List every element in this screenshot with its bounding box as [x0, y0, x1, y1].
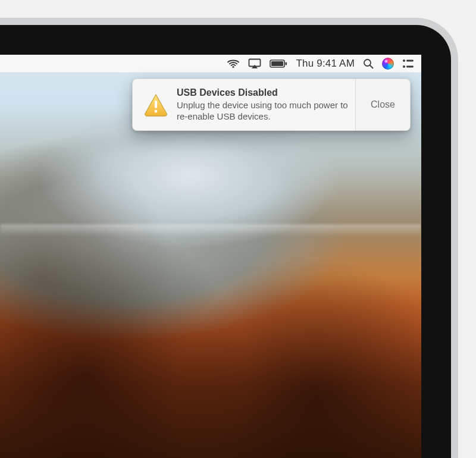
notification-body: Unplug the device using too much power t…: [177, 99, 349, 122]
notification-banner: USB Devices Disabled Unplug the device u…: [132, 79, 411, 131]
notification-content: USB Devices Disabled Unplug the device u…: [133, 79, 355, 130]
close-button-label: Close: [371, 99, 395, 110]
svg-point-9: [403, 65, 405, 68]
device-bezel-outer: Thu 9:41 AM: [0, 18, 458, 458]
close-button[interactable]: Close: [355, 79, 410, 130]
notification-title: USB Devices Disabled: [177, 87, 349, 98]
notification-text: USB Devices Disabled Unplug the device u…: [177, 87, 349, 122]
svg-rect-3: [271, 61, 283, 66]
svg-line-6: [370, 65, 373, 68]
svg-point-7: [403, 59, 405, 62]
airplay-icon[interactable]: [248, 55, 261, 72]
svg-rect-4: [286, 62, 287, 65]
screen: Thu 9:41 AM: [0, 55, 421, 458]
svg-point-0: [233, 66, 234, 68]
device-bezel-inner: Thu 9:41 AM: [0, 25, 451, 458]
menu-bar-clock[interactable]: Thu 9:41 AM: [296, 55, 355, 72]
svg-point-12: [155, 110, 158, 113]
wifi-icon[interactable]: [227, 55, 240, 72]
svg-rect-10: [406, 65, 414, 67]
siri-icon[interactable]: [382, 55, 394, 72]
warning-icon: [143, 92, 168, 117]
svg-point-5: [364, 59, 371, 66]
menu-bar: Thu 9:41 AM: [0, 55, 421, 73]
svg-rect-8: [406, 59, 414, 61]
svg-rect-11: [155, 101, 157, 108]
search-icon[interactable]: [363, 55, 374, 72]
notification-center-icon[interactable]: [402, 55, 414, 72]
battery-icon[interactable]: [270, 55, 287, 72]
